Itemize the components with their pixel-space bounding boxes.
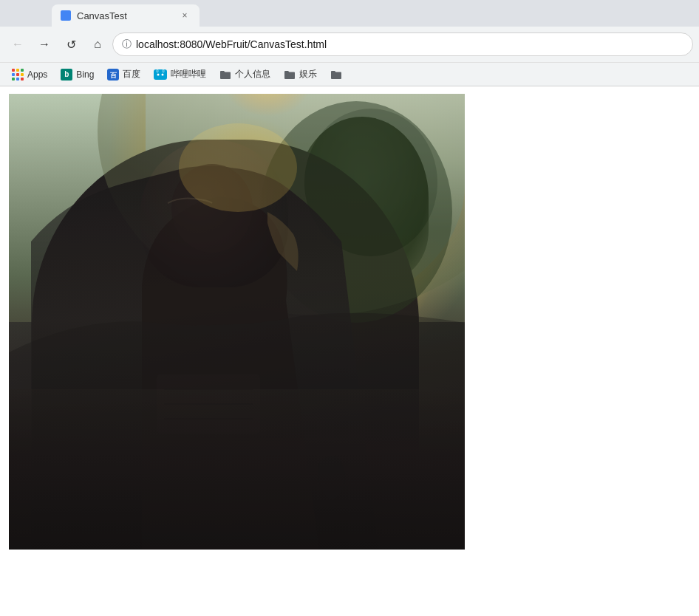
bookmark-bing[interactable]: b Bing [55, 66, 100, 83]
tab-title: CanvasTest [77, 10, 127, 21]
forward-icon: → [38, 38, 50, 51]
tab-close-button[interactable]: × [179, 10, 191, 21]
entertainment-label: 娱乐 [299, 68, 317, 81]
svg-point-6 [162, 73, 164, 75]
below-canvas-area [0, 580, 699, 616]
canvas-area [0, 86, 699, 580]
home-icon: ⌂ [94, 38, 101, 51]
svg-point-5 [157, 73, 160, 75]
reload-button[interactable]: ↺ [59, 32, 83, 56]
bookmark-bilibili[interactable]: 哔哩哔哩 [148, 65, 212, 83]
tab-bar: CanvasTest × [0, 0, 699, 27]
bookmark-personal-info[interactable]: 个人信息 [214, 65, 276, 83]
forward-button[interactable]: → [33, 32, 56, 56]
svg-rect-4 [163, 69, 164, 72]
apps-icon [12, 69, 24, 81]
folder-icon-extra [330, 69, 342, 80]
folder-icon-personal [219, 69, 231, 80]
active-tab[interactable]: CanvasTest × [52, 4, 200, 27]
back-button[interactable]: ← [6, 32, 30, 56]
bookmark-extra[interactable] [324, 66, 348, 83]
svg-rect-2 [154, 71, 166, 78]
personal-info-label: 个人信息 [235, 68, 270, 81]
home-button[interactable]: ⌂ [86, 32, 109, 56]
bilibili-icon [154, 69, 167, 80]
tab-favicon [61, 10, 71, 21]
svg-text:百: 百 [110, 72, 117, 79]
url-text: localhost:8080/WebFruit/CanvasTest.html [136, 38, 683, 50]
bookmarks-bar: Apps b Bing 百 百度 [0, 62, 699, 86]
browser-chrome: CanvasTest × ← → ↺ ⌂ ⓘ localhost:8080/We… [0, 0, 699, 86]
baidu-label: 百度 [123, 68, 140, 81]
reload-icon: ↺ [67, 38, 76, 52]
security-icon: ⓘ [122, 38, 132, 51]
bookmark-entertainment[interactable]: 娱乐 [278, 65, 323, 83]
baidu-icon: 百 [107, 69, 119, 81]
svg-rect-3 [157, 69, 158, 72]
bing-icon: b [61, 69, 72, 81]
back-icon: ← [12, 38, 24, 51]
nav-bar: ← → ↺ ⌂ ⓘ localhost:8080/WebFruit/Canvas… [0, 27, 699, 62]
apps-label: Apps [27, 69, 47, 80]
photo-svg [9, 94, 465, 550]
folder-icon-entertainment [284, 69, 296, 80]
svg-point-17 [179, 123, 297, 212]
bilibili-label: 哔哩哔哩 [171, 68, 206, 81]
page-content [0, 86, 699, 616]
photo-canvas [9, 94, 465, 550]
bookmark-baidu[interactable]: 百 百度 [101, 65, 146, 83]
bing-label: Bing [76, 69, 94, 80]
address-bar[interactable]: ⓘ localhost:8080/WebFruit/CanvasTest.htm… [112, 32, 693, 56]
bookmark-apps[interactable]: Apps [6, 66, 53, 83]
